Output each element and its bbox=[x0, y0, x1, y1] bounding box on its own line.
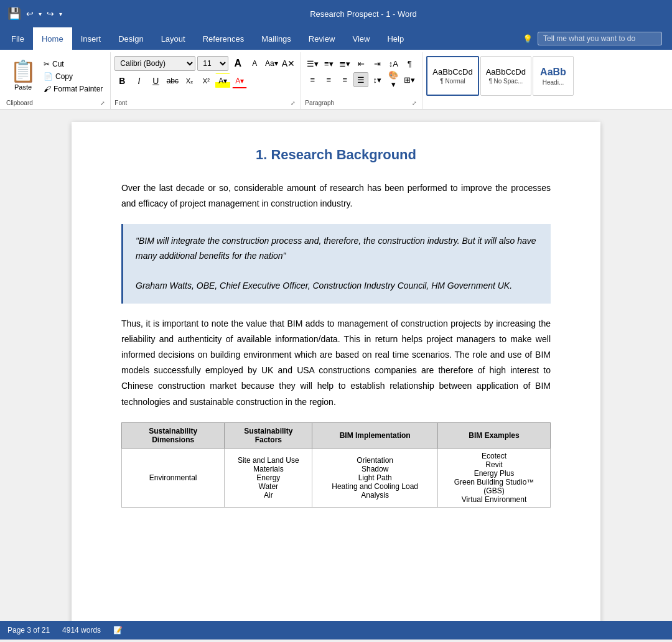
document-table: Sustainability Dimensions Sustainability… bbox=[121, 422, 551, 508]
cut-button[interactable]: ✂ Cut bbox=[41, 58, 105, 70]
quote-attribution: Graham Watts, OBE, Chief Executive Offic… bbox=[136, 279, 538, 294]
strikethrough-button[interactable]: abc bbox=[165, 73, 180, 88]
font-expand-icon[interactable]: ⤢ bbox=[291, 100, 296, 106]
styles-group: AaBbCcDd ¶ Normal AaBbCcDd ¶ No Spac... … bbox=[422, 52, 584, 109]
menu-bar: File Home Insert Design Layout Reference… bbox=[0, 27, 672, 50]
menu-home[interactable]: Home bbox=[33, 27, 72, 50]
style-heading-button[interactable]: AaBb Headi... bbox=[533, 56, 574, 96]
col-header-dimensions: Sustainability Dimensions bbox=[122, 422, 225, 448]
menu-help[interactable]: Help bbox=[378, 27, 413, 50]
font-row1: Calibri (Body) 11 A A Aa▾ A✕ bbox=[114, 56, 296, 71]
font-size-select[interactable]: 11 bbox=[197, 56, 228, 71]
align-right-button[interactable]: ≡ bbox=[337, 72, 352, 87]
tell-me-lightbulb-icon: 💡 bbox=[523, 34, 533, 44]
change-case-button[interactable]: Aa▾ bbox=[264, 56, 279, 71]
increase-indent-button[interactable]: ⇥ bbox=[370, 56, 385, 71]
paragraph-expand-icon[interactable]: ⤢ bbox=[412, 100, 417, 106]
style-nospace-preview: AaBbCcDd bbox=[486, 67, 526, 77]
col-header-factors: Sustainability Factors bbox=[225, 422, 312, 448]
subscript-button[interactable]: X₂ bbox=[182, 73, 197, 88]
clipboard-group-label: Clipboard ⤢ bbox=[6, 98, 105, 108]
text-highlight-button[interactable]: A▾ bbox=[215, 73, 230, 88]
table-header-row: Sustainability Dimensions Sustainability… bbox=[122, 422, 551, 448]
bullets-button[interactable]: ☰▾ bbox=[305, 56, 320, 71]
cut-label: Cut bbox=[52, 60, 64, 68]
shading-button[interactable]: 🎨▾ bbox=[386, 72, 401, 87]
menu-references[interactable]: References bbox=[194, 27, 253, 50]
tell-me-area: 💡 bbox=[523, 27, 670, 50]
quote-text: "BIM will integrate the construction pro… bbox=[136, 234, 538, 264]
menu-review[interactable]: Review bbox=[300, 27, 344, 50]
tell-me-input[interactable] bbox=[538, 32, 662, 45]
bold-button[interactable]: B bbox=[114, 73, 129, 88]
menu-file[interactable]: File bbox=[2, 27, 33, 50]
menu-insert[interactable]: Insert bbox=[72, 27, 110, 50]
format-painter-button[interactable]: 🖌 Format Painter bbox=[41, 83, 105, 95]
superscript-button[interactable]: X² bbox=[198, 73, 213, 88]
document-heading: 1. Research Background bbox=[121, 147, 551, 163]
italic-button[interactable]: I bbox=[131, 73, 146, 88]
cell-dimension: Environmental bbox=[122, 448, 225, 507]
borders-button[interactable]: ⊞▾ bbox=[402, 72, 417, 87]
para-row2: ≡ ≡ ≡ ☰ ↕▾ 🎨▾ ⊞▾ bbox=[305, 72, 417, 87]
paragraph-group: ☰▾ ≡▾ ≣▾ ⇤ ⇥ ↕A ¶ ≡ ≡ ≡ ☰ ↕▾ 🎨▾ ⊞▾ Parag… bbox=[301, 52, 422, 109]
cell-bim-examples: EcotectRevitEnergy PlusGreen Building St… bbox=[438, 448, 551, 507]
numbering-button[interactable]: ≡▾ bbox=[321, 56, 336, 71]
clipboard-group: 📋 Paste ✂ Cut 📄 Copy 🖌 Format Painter bbox=[2, 52, 111, 109]
menu-view[interactable]: View bbox=[343, 27, 378, 50]
style-normal-preview: AaBbCcDd bbox=[432, 67, 472, 77]
document-page[interactable]: 1. Research Background Over the last dec… bbox=[72, 122, 600, 621]
paste-label: Paste bbox=[14, 83, 32, 91]
word-count: 4914 words bbox=[62, 626, 101, 635]
copy-button[interactable]: 📄 Copy bbox=[41, 71, 105, 82]
cut-icon: ✂ bbox=[44, 60, 50, 68]
justify-button[interactable]: ☰ bbox=[353, 72, 368, 87]
status-bar: Page 3 of 21 4914 words 📝 bbox=[0, 621, 672, 640]
undo-button[interactable]: ↩ bbox=[26, 9, 34, 19]
align-center-button[interactable]: ≡ bbox=[321, 72, 336, 87]
format-painter-icon: 🖌 bbox=[44, 85, 51, 93]
style-heading-label: Headi... bbox=[543, 79, 564, 86]
decrease-indent-button[interactable]: ⇤ bbox=[353, 56, 368, 71]
para-row1: ☰▾ ≡▾ ≣▾ ⇤ ⇥ ↕A ¶ bbox=[305, 56, 417, 71]
font-group: Calibri (Body) 11 A A Aa▾ A✕ B I U abc X… bbox=[111, 52, 301, 109]
menu-mailings[interactable]: Mailings bbox=[253, 27, 300, 50]
clipboard-expand-icon[interactable]: ⤢ bbox=[100, 100, 105, 106]
align-left-button[interactable]: ≡ bbox=[305, 72, 320, 87]
paste-icon: 📋 bbox=[10, 58, 36, 83]
save-icon[interactable]: 💾 bbox=[7, 7, 21, 21]
font-color-button[interactable]: A▾ bbox=[232, 73, 247, 88]
font-row2: B I U abc X₂ X² A▾ A▾ bbox=[114, 73, 296, 88]
copy-icon: 📄 bbox=[44, 72, 53, 81]
sort-button[interactable]: ↕A bbox=[386, 56, 401, 71]
clipboard-right: ✂ Cut 📄 Copy 🖌 Format Painter bbox=[41, 56, 105, 95]
col-header-bim-impl: BIM Implementation bbox=[312, 422, 438, 448]
document-title: Research Prospect - 1 - Word bbox=[62, 9, 665, 19]
style-normal-button[interactable]: AaBbCcDd ¶ Normal bbox=[426, 56, 478, 96]
document-paragraph-2: Thus, it is important to note the value … bbox=[121, 316, 551, 410]
paste-button[interactable]: 📋 Paste bbox=[6, 56, 40, 93]
style-cards: AaBbCcDd ¶ Normal AaBbCcDd ¶ No Spac... … bbox=[426, 54, 574, 96]
styles-group-label: Styles bbox=[426, 98, 579, 108]
line-spacing-button[interactable]: ↕▾ bbox=[370, 72, 385, 87]
page-info: Page 3 of 21 bbox=[7, 626, 50, 635]
multilevel-list-button[interactable]: ≣▾ bbox=[337, 56, 352, 71]
font-name-select[interactable]: Calibri (Body) bbox=[114, 56, 195, 71]
title-bar-left: 💾 ↩ ▾ ↪ ▾ bbox=[7, 7, 62, 21]
review-icon[interactable]: 📝 bbox=[113, 626, 123, 635]
cell-factors: Site and Land UseMaterialsEnergyWaterAir bbox=[225, 448, 312, 507]
menu-design[interactable]: Design bbox=[110, 27, 152, 50]
document-quote: "BIM will integrate the construction pro… bbox=[121, 224, 551, 303]
style-heading-preview: AaBb bbox=[540, 67, 566, 78]
style-nospace-label: ¶ No Spac... bbox=[488, 78, 523, 85]
menu-layout[interactable]: Layout bbox=[152, 27, 194, 50]
style-nospace-button[interactable]: AaBbCcDd ¶ No Spac... bbox=[480, 56, 531, 96]
show-hide-button[interactable]: ¶ bbox=[402, 56, 417, 71]
redo-button[interactable]: ↪ bbox=[47, 9, 54, 19]
clear-formatting-button[interactable]: A✕ bbox=[281, 56, 296, 71]
shrink-font-button[interactable]: A bbox=[247, 56, 262, 71]
underline-button[interactable]: U bbox=[148, 73, 163, 88]
grow-font-button[interactable]: A bbox=[230, 56, 245, 71]
document-area: 1. Research Background Over the last dec… bbox=[0, 109, 672, 621]
undo-dropdown[interactable]: ▾ bbox=[39, 11, 42, 17]
